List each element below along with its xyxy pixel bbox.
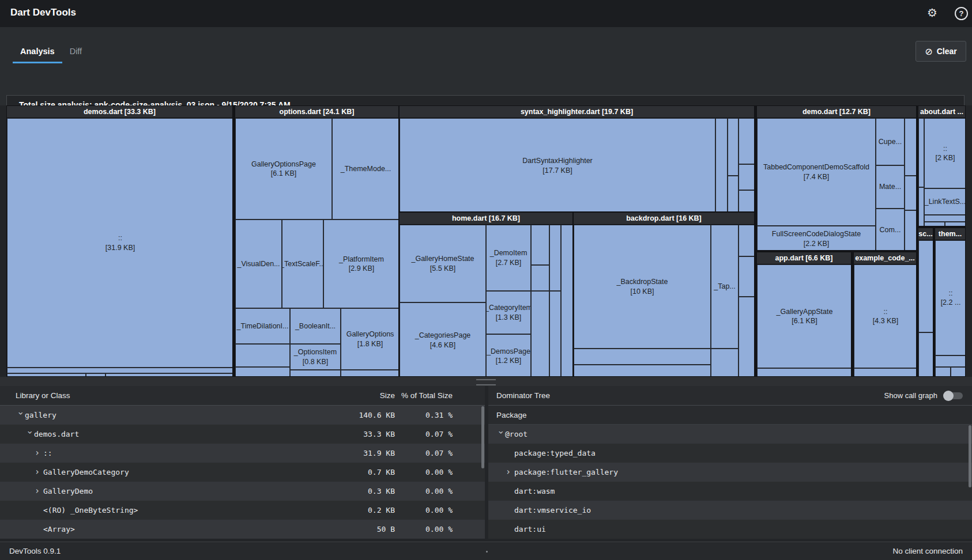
treemap-cell[interactable]: [918, 118, 924, 187]
chevron-icon[interactable]: ›: [35, 468, 43, 476]
treemap-cell[interactable]: [574, 349, 711, 365]
treemap-cell[interactable]: [728, 118, 739, 176]
treemap-cell[interactable]: _GalleryHomeState[5.5 KB]: [400, 225, 486, 302]
tab-diff[interactable]: Diff: [62, 40, 90, 62]
chevron-icon[interactable]: ›: [25, 430, 34, 438]
tab-analysis[interactable]: Analysis: [13, 40, 62, 63]
treemap-cell[interactable]: _DemosPage[1.2 KB]: [486, 334, 531, 376]
treemap-cell[interactable]: [7, 373, 86, 376]
treemap-cell[interactable]: [918, 187, 924, 226]
tree-row[interactable]: ›package:flutter_gallery: [488, 463, 972, 482]
table-row[interactable]: ›::31.9 KB0.07 %: [0, 444, 485, 463]
treemap-cell[interactable]: _BackdropState[10 KB]: [574, 225, 711, 349]
treemap-cell[interactable]: _CategoriesPage[4.6 KB]: [400, 302, 486, 376]
treemap-cell[interactable]: [905, 176, 916, 210]
tree-row[interactable]: ›dart:vmservice_io: [488, 501, 972, 520]
chevron-icon[interactable]: ›: [506, 468, 514, 476]
treemap-cell[interactable]: [341, 370, 398, 376]
treemap-cell[interactable]: GalleryOptionsPage[6.1 KB]: [235, 118, 332, 220]
column-size[interactable]: Size: [331, 391, 395, 400]
treemap-section-header[interactable]: home.dart [16.7 KB]: [400, 213, 572, 225]
treemap-cell[interactable]: [918, 240, 933, 332]
horizontal-splitter[interactable]: [0, 377, 972, 386]
chevron-icon[interactable]: ›: [35, 487, 43, 495]
treemap-cell[interactable]: ::[2 KB]: [924, 118, 965, 188]
settings-gear-icon[interactable]: ⚙: [927, 6, 937, 20]
treemap-cell[interactable]: [924, 222, 945, 226]
treemap-cell[interactable]: [935, 367, 951, 376]
treemap-cell[interactable]: [715, 118, 728, 211]
treemap-cell[interactable]: _GalleryAppState[6.1 KB]: [757, 264, 851, 368]
treemap-cell[interactable]: _DemoItem[2.7 KB]: [486, 225, 531, 291]
treemap-cell[interactable]: [531, 291, 549, 376]
treemap-cell[interactable]: [905, 210, 916, 250]
treemap-section-header[interactable]: sc...: [918, 228, 933, 240]
treemap-cell[interactable]: [7, 368, 232, 373]
treemap-cell[interactable]: _CategoryItem[1.3 KB]: [486, 291, 531, 334]
treemap-section-header[interactable]: demos.dart [33.3 KB]: [7, 106, 232, 118]
treemap-cell[interactable]: [739, 256, 754, 297]
treemap-cell[interactable]: _TextScaleF...: [282, 220, 323, 308]
treemap-cell[interactable]: [905, 118, 916, 176]
treemap-cell[interactable]: [574, 365, 711, 376]
treemap-cell[interactable]: TabbedComponentDemoScaffold[7.4 KB]: [757, 118, 876, 226]
treemap-cell[interactable]: ::[2.2 ...: [935, 240, 965, 355]
treemap-cell[interactable]: Cupe...: [876, 118, 905, 165]
treemap-cell[interactable]: [549, 225, 561, 291]
treemap-cell[interactable]: [561, 225, 572, 376]
treemap-section-header[interactable]: demo.dart [12.7 KB]: [757, 106, 916, 118]
treemap-cell[interactable]: GalleryOptions[1.8 KB]: [341, 308, 398, 370]
table-row[interactable]: ›<Array>50 B0.00 %: [0, 520, 485, 539]
treemap-cell[interactable]: [739, 118, 754, 164]
treemap-cell[interactable]: [757, 368, 851, 376]
treemap-cell[interactable]: [531, 225, 549, 265]
treemap-section-header[interactable]: them...: [935, 228, 965, 240]
treemap-section-header[interactable]: syntax_highlighter.dart [19.7 KB]: [400, 106, 754, 118]
treemap-cell[interactable]: _LinkTextS...: [924, 188, 965, 215]
show-call-graph-toggle[interactable]: [943, 391, 964, 401]
column-pct-total-size[interactable]: % of Total Size: [395, 391, 453, 400]
chevron-icon[interactable]: ›: [496, 430, 505, 438]
table-row[interactable]: ›demos.dart33.3 KB0.07 %: [0, 425, 485, 444]
treemap-cell[interactable]: _Tap...: [711, 225, 739, 349]
chevron-icon[interactable]: ›: [16, 411, 25, 419]
chevron-icon[interactable]: ›: [35, 449, 43, 457]
treemap-cell[interactable]: [235, 344, 290, 367]
treemap-cell[interactable]: ::[31.9 KB]: [7, 118, 232, 368]
treemap-section-header[interactable]: options.dart [24.1 KB]: [235, 106, 398, 118]
treemap-cell[interactable]: [711, 349, 739, 376]
treemap-section-header[interactable]: example_code_...: [854, 252, 916, 264]
treemap-cell[interactable]: ::[4.3 KB]: [854, 264, 916, 368]
treemap-cell[interactable]: [951, 367, 965, 376]
left-panel-scrollbar[interactable]: [481, 406, 484, 468]
treemap-cell[interactable]: FullScreenCodeDialogState[2.2 KB]: [757, 226, 876, 250]
treemap-cell[interactable]: [106, 373, 232, 376]
treemap-cell[interactable]: [918, 332, 933, 376]
treemap-cell[interactable]: [854, 368, 916, 376]
treemap-cell[interactable]: _BooleanIt...: [290, 308, 341, 344]
right-panel-scrollbar[interactable]: [969, 425, 971, 487]
package-column-header[interactable]: Package: [488, 406, 972, 425]
treemap-cell[interactable]: Mate...: [876, 165, 905, 209]
tree-row[interactable]: ›@root: [488, 425, 972, 444]
tree-row[interactable]: ›dart:ui: [488, 520, 972, 539]
treemap-cell[interactable]: [739, 190, 754, 211]
treemap-cell[interactable]: _VisualDen...: [235, 220, 282, 308]
treemap-cell[interactable]: _PlatformItem[2.9 KB]: [323, 220, 398, 308]
treemap-section-header[interactable]: app.dart [6.6 KB]: [757, 252, 851, 264]
treemap-cell[interactable]: _ThemeMode...: [332, 118, 398, 220]
table-row[interactable]: ›<(RO) _OneByteString>0.2 KB0.00 %: [0, 501, 485, 520]
treemap-section-header[interactable]: about.dart ...: [918, 106, 965, 118]
treemap-cell[interactable]: [531, 265, 549, 291]
table-row[interactable]: ›GalleryDemoCategory0.7 KB0.00 %: [0, 463, 485, 482]
table-row[interactable]: ›GalleryDemo0.3 KB0.00 %: [0, 482, 485, 501]
treemap-cell[interactable]: _TimeDilationI...: [235, 308, 290, 344]
treemap-cell[interactable]: [945, 222, 965, 226]
treemap-cell[interactable]: [290, 370, 341, 376]
treemap-cell[interactable]: [935, 355, 965, 367]
tree-row[interactable]: ›package:typed_data: [488, 444, 972, 463]
treemap-cell[interactable]: [739, 225, 754, 256]
help-icon[interactable]: ?: [955, 7, 968, 20]
treemap-section-header[interactable]: backdrop.dart [16 KB]: [574, 213, 754, 225]
treemap-cell[interactable]: [86, 373, 106, 376]
